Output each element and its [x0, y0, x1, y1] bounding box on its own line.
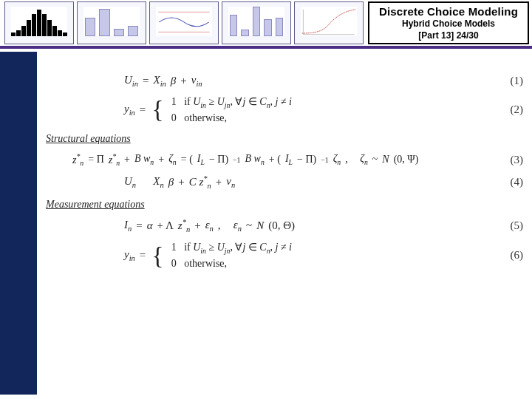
equation-6: yin = { 1 if Uin ≥ Ujn, ∀j ∈ Cn, j ≠ i 0… [43, 241, 523, 270]
slide-pager: [Part 13] 24/30 [372, 30, 525, 41]
section-structural: Structural equations [46, 133, 523, 145]
left-accent-bar [0, 52, 37, 395]
course-title: Discrete Choice Modeling [372, 5, 525, 18]
equation-number: (3) [498, 154, 523, 166]
equation-number: (1) [498, 75, 523, 87]
equation-2: yin = { 1 if Uin ≥ Ujn, ∀j ∈ Cn, j ≠ i 0… [43, 95, 523, 124]
equation-5: In = α + Λz*n + εn, εn ~ N(0, Θ) I_n = α… [43, 218, 523, 233]
equation-4: Un Xnβ + C z*n + vn U_n X_n β + C z_n* +… [43, 174, 523, 190]
thumb-line-chart [149, 1, 219, 44]
section-measurement: Measurement equations [46, 199, 523, 211]
thumb-bar-chart-a [77, 1, 146, 44]
equations-panel: Uin = Xinβ + vin U_{in} = X_{in}β + v_{i… [43, 66, 523, 392]
equation-number: (5) [498, 219, 523, 232]
equation-3: z*n = Πz*n + B wn + ζn = (IL − Π)−1B wn … [43, 152, 523, 167]
equation-number: (6) [498, 249, 523, 262]
thumb-s-curve [294, 1, 364, 44]
thumbnail-strip [4, 1, 364, 46]
thumb-histogram [4, 1, 74, 44]
lecture-topic: Hybrid Choice Models [372, 18, 525, 29]
thumb-bar-chart-b [222, 1, 291, 44]
equation-number: (2) [498, 103, 523, 116]
slide-header: Discrete Choice Modeling Hybrid Choice M… [0, 0, 532, 49]
title-block: Discrete Choice Modeling Hybrid Choice M… [368, 1, 529, 44]
equation-1: Uin = Xinβ + vin U_{in} = X_{in}β + v_{i… [43, 74, 523, 88]
equation-number: (4) [498, 176, 523, 188]
